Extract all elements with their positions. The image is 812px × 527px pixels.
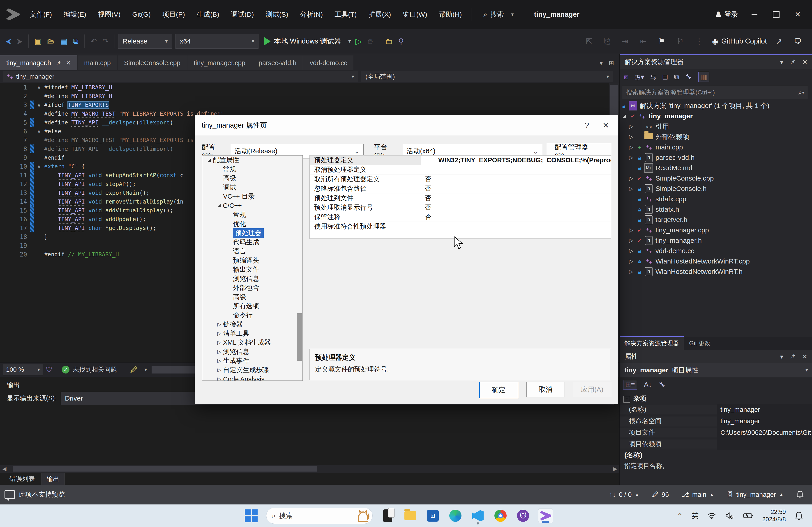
collapsed-icon[interactable]: ▷	[627, 258, 636, 265]
panel-tab-输出[interactable]: 输出	[42, 473, 64, 485]
menu-item-视图(V)[interactable]: 视图(V)	[92, 0, 126, 29]
quick-search[interactable]: ⌕ 搜索 ▾	[483, 10, 514, 19]
collapsed-icon[interactable]: ▷	[215, 376, 223, 381]
feedback-icon[interactable]: 🗨︎	[794, 37, 802, 46]
solution-item-引用[interactable]: ▷▫–▫引用	[620, 121, 812, 132]
output-content[interactable]	[0, 407, 619, 464]
collapsed-icon[interactable]: ▷	[627, 227, 636, 233]
dialog-tree-item-命令行[interactable]: 命令行	[202, 311, 303, 320]
start-debugging-button[interactable]: 本地 Windows 调试器 ▾	[264, 36, 351, 46]
dialog-tree-item-浏览信息[interactable]: ▷浏览信息	[202, 347, 303, 357]
collapsed-icon[interactable]: ▷	[627, 248, 636, 254]
scroll-left-icon[interactable]: ◀	[2, 466, 6, 472]
chrome-app-icon[interactable]	[493, 508, 508, 523]
property-value[interactable]: tiny_manager	[717, 404, 812, 415]
collapsed-icon[interactable]: ▷	[215, 349, 223, 355]
property-value[interactable]: 否	[421, 184, 611, 193]
wifi-icon[interactable]	[708, 512, 716, 520]
collapsed-icon[interactable]: ▷	[627, 123, 636, 130]
solution-item-外部依赖项[interactable]: ▷外部依赖项	[620, 132, 812, 142]
outdent-icon[interactable]: ⇤	[640, 37, 647, 46]
solution-item-stdafx.h[interactable]: 🔒︎hstdafx.h	[620, 204, 812, 215]
bookmark-prev-icon[interactable]: ⚐	[677, 37, 683, 46]
solution-node[interactable]: 🔒︎⋈解决方案 'tiny_manager' (1 个项目, 共 1 个)	[620, 101, 812, 111]
property-row-保留注释[interactable]: 保留注释否	[310, 212, 611, 222]
menu-item-项目(P)[interactable]: 项目(P)	[157, 0, 191, 29]
dialog-tree-item-常规[interactable]: 常规	[202, 165, 303, 174]
collapsed-icon[interactable]: ▷	[627, 134, 636, 140]
zoom-dropdown[interactable]: 100 %▾	[3, 364, 43, 375]
property-value[interactable]: C:\Users\90626\Documents\Git	[717, 427, 812, 438]
property-row-取消预处理器定义[interactable]: 取消预处理器定义	[310, 165, 611, 175]
switch-views-icon[interactable]: ⧈	[624, 73, 628, 81]
editor-tab-tiny_manager.h[interactable]: tiny_manager.h📌︎✕	[0, 55, 77, 70]
tool-tab-Git 更改[interactable]: Git 更改	[684, 337, 715, 350]
redo-icon[interactable]: ↷	[102, 37, 109, 46]
menu-item-帮助(H)[interactable]: 帮助(H)	[433, 0, 468, 29]
dialog-tree-item-代码生成[interactable]: 代码生成	[202, 238, 303, 247]
ok-button[interactable]: 确定	[479, 381, 518, 398]
expanded-icon[interactable]	[208, 159, 211, 162]
tray-chevron-up-icon[interactable]: ⌃	[677, 512, 683, 520]
pin-icon[interactable]: 📌︎	[56, 60, 61, 66]
property-value[interactable]: tiny_manager	[717, 416, 812, 427]
start-without-debugging-icon[interactable]: ▷	[355, 36, 362, 46]
git-branch-picker[interactable]: ⎇ main▲	[681, 491, 714, 498]
navigate-back-icon[interactable]: ⮜	[6, 37, 11, 46]
save-all-icon[interactable]: ⧉	[73, 37, 78, 46]
menu-item-调试(D)[interactable]: 调试(D)	[225, 0, 260, 29]
nested-view-icon[interactable]: ⧉	[674, 73, 679, 81]
tree-scrollbar-thumb[interactable]	[297, 313, 302, 361]
pending-edits[interactable]: 🖉 96	[652, 491, 669, 498]
code-line-2[interactable]: 2#define MY_LIBRARY_H	[0, 92, 609, 101]
categorized-icon[interactable]: ⊞≡	[623, 380, 637, 390]
dialog-tree-item-调试[interactable]: 调试	[202, 183, 303, 192]
git-repo-picker[interactable]: 🗄︎ tiny_manager▲	[726, 491, 784, 498]
close-icon[interactable]: ✕	[66, 60, 71, 66]
tray-clock[interactable]: 22:59 2024/8/8	[762, 508, 786, 523]
sort-alphabetical-icon[interactable]: A↓	[644, 381, 652, 388]
menu-item-测试(S)[interactable]: 测试(S)	[260, 0, 294, 29]
collapsed-icon[interactable]: ▷	[627, 185, 636, 192]
properties-title-bar[interactable]: 属性 ▾ 📌︎ ✕	[620, 350, 812, 363]
dialog-tree-item-高级[interactable]: 高级	[202, 174, 303, 183]
cancel-button[interactable]: 取消	[526, 381, 565, 397]
float-window-icon[interactable]: ⊞	[609, 59, 614, 67]
save-icon[interactable]: ▤	[60, 37, 68, 46]
panel-tab-错误列表[interactable]: 错误列表	[4, 473, 40, 484]
menu-item-分析(N)[interactable]: 分析(N)	[294, 0, 329, 29]
property-row-预处理取消显示行号[interactable]: 预处理取消显示行号否	[310, 203, 611, 212]
dialog-tree-item-语言[interactable]: 语言	[202, 247, 303, 256]
solution-item-vdd-demo.cc[interactable]: ▷🔒︎⁺₊vdd-demo.cc	[620, 246, 812, 256]
nav-counter[interactable]: ↑↓ 0 / 0▲	[609, 491, 639, 498]
tool-tab-解决方案资源管理器[interactable]: 解决方案资源管理器	[620, 336, 684, 350]
editor-tab-SimpleConsole.cpp[interactable]: SimpleConsole.cpp	[118, 56, 187, 70]
solution-explorer-title-bar[interactable]: 解决方案资源管理器 ▾ 📌︎ ✕	[620, 55, 812, 69]
dialog-tree-item-外部包含[interactable]: 外部包含	[202, 283, 303, 292]
properties-row-根命名空间[interactable]: 根命名空间tiny_manager	[620, 416, 812, 427]
edge-app-icon[interactable]	[448, 508, 463, 523]
property-pages-icon[interactable]: 🔧︎	[658, 381, 665, 388]
collapsed-icon[interactable]: ▷	[627, 154, 636, 161]
notifications-bell-icon[interactable]	[796, 490, 804, 499]
pin-icon[interactable]: 📌︎	[790, 353, 796, 360]
vscode-app-icon[interactable]	[470, 508, 485, 523]
collapsed-icon[interactable]: ▷	[215, 331, 223, 336]
editor-tab-parsec-vdd.h[interactable]: parsec-vdd.h	[252, 56, 303, 70]
collapsed-icon[interactable]: ▷	[627, 175, 636, 181]
dialog-tree-item-预编译头[interactable]: 预编译头	[202, 256, 303, 265]
property-value[interactable]: WIN32;TINY_EXPORTS;NDEBUG;_CONSOLE;%(Pre…	[421, 156, 611, 164]
dialog-tree-item-常规[interactable]: 常规	[202, 210, 303, 220]
dialog-title-bar[interactable]: tiny_manager 属性页 ? ✕	[195, 115, 618, 135]
dialog-tree-item-Code Analysis[interactable]: ▷Code Analysis	[202, 375, 303, 381]
solution-item-stdafx.cpp[interactable]: 🔒︎⁺₊stdafx.cpp	[620, 194, 812, 204]
show-all-files-icon[interactable]: ▦	[698, 72, 709, 82]
menu-item-窗口(W)[interactable]: 窗口(W)	[397, 0, 433, 29]
collapsed-icon[interactable]: ▷	[215, 358, 223, 364]
solution-item-SimpleConsole.h[interactable]: ▷🔒︎hSimpleConsole.h	[620, 183, 812, 194]
ime-indicator[interactable]: 英	[692, 511, 698, 521]
hot-reload-icon[interactable]: 🔥︎	[367, 37, 373, 46]
dialog-tree-item-VC++ 目录[interactable]: VC++ 目录	[202, 192, 303, 201]
solution-item-ReadMe.md[interactable]: 🔒︎M↓ReadMe.md	[620, 163, 812, 173]
menu-item-生成(B)[interactable]: 生成(B)	[191, 0, 225, 29]
